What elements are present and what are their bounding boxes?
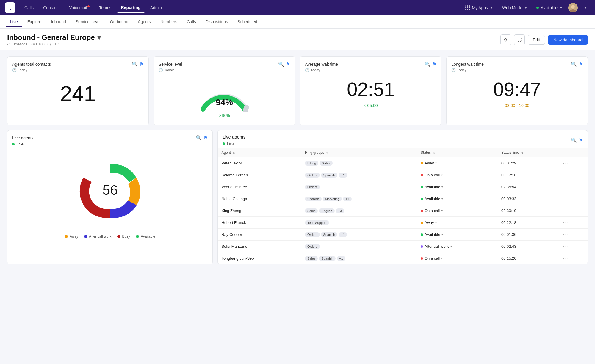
agents-total-search-icon[interactable]: 🔍 bbox=[132, 61, 138, 67]
col-actions bbox=[559, 148, 588, 157]
avg-wait-search-icon[interactable]: 🔍 bbox=[425, 61, 430, 67]
subnav-scheduled[interactable]: Scheduled bbox=[233, 17, 261, 27]
subnav-numbers[interactable]: Numbers bbox=[156, 17, 181, 27]
user-chevron bbox=[584, 7, 587, 9]
gauge-svg: 94% bbox=[198, 79, 251, 112]
agent-status[interactable]: On a call ▾ bbox=[417, 169, 498, 181]
expand-icon: ⛶ bbox=[517, 37, 522, 42]
status-pill[interactable]: Available ▾ bbox=[421, 185, 443, 189]
agent-name: Tongbang Jun-Seo bbox=[218, 252, 301, 264]
my-apps-chevron bbox=[490, 7, 493, 9]
group-tag: Spanish bbox=[321, 173, 338, 178]
longest-wait-filter-icon[interactable]: ⚑ bbox=[579, 61, 583, 67]
agent-status[interactable]: Available ▾ bbox=[417, 193, 498, 205]
subnav-inbound[interactable]: Inbound bbox=[47, 17, 70, 27]
col-status-time: Status time ⇅ bbox=[498, 148, 559, 157]
subnav-service-level[interactable]: Service Level bbox=[71, 17, 105, 27]
status-pill[interactable]: On a call ▾ bbox=[421, 256, 443, 261]
donut-filter-icon[interactable]: ⚑ bbox=[203, 135, 208, 141]
subnav-agents[interactable]: Agents bbox=[134, 17, 155, 27]
table-search-icon[interactable]: 🔍 bbox=[571, 137, 577, 143]
agent-status[interactable]: On a call ▾ bbox=[417, 205, 498, 217]
my-apps-button[interactable]: My Apps bbox=[462, 4, 496, 12]
agent-status[interactable]: Away ▾ bbox=[417, 157, 498, 169]
status-pill[interactable]: Away ▾ bbox=[421, 220, 437, 225]
subnav-explore[interactable]: Explore bbox=[23, 17, 46, 27]
fullscreen-button[interactable]: ⛶ bbox=[514, 34, 525, 45]
agent-status-time: 00:02:43 bbox=[498, 241, 559, 252]
agent-more-button[interactable]: ··· bbox=[559, 205, 588, 217]
status-pill[interactable]: On a call ▾ bbox=[421, 173, 443, 177]
nav-teams[interactable]: Teams bbox=[95, 3, 115, 12]
status-time-sort-icon[interactable]: ⇅ bbox=[521, 151, 523, 154]
live-agents-table-card: Live agents Live 🔍 ⚑ Agent ⇅ Ring groups… bbox=[217, 130, 588, 264]
status-pill[interactable]: Available ▾ bbox=[421, 197, 443, 201]
dashboard-content: Agents total contacts 🔍 ⚑ 🕐 Today 241 Se… bbox=[0, 50, 595, 270]
service-level-search-icon[interactable]: 🔍 bbox=[278, 61, 284, 67]
top-nav: t Calls Contacts Voicemail Teams Reporti… bbox=[0, 0, 595, 15]
service-level-filter-icon[interactable]: ⚑ bbox=[286, 61, 290, 67]
agents-total-filter-icon[interactable]: ⚑ bbox=[140, 61, 144, 67]
sub-nav: Live Explore Inbound Service Level Outbo… bbox=[0, 15, 595, 29]
status-label: Available bbox=[425, 197, 440, 201]
bottom-cards-row: Live agents 🔍 ⚑ Live bbox=[7, 130, 588, 264]
agent-more-button[interactable]: ··· bbox=[559, 181, 588, 193]
longest-wait-search-icon[interactable]: 🔍 bbox=[571, 61, 577, 67]
agent-more-button[interactable]: ··· bbox=[559, 252, 588, 264]
subnav-outbound[interactable]: Outbound bbox=[106, 17, 133, 27]
ring-groups-sort-icon[interactable]: ⇅ bbox=[326, 151, 328, 154]
group-tag: Tech Support bbox=[305, 220, 329, 225]
agent-name: Ray Cooper bbox=[218, 229, 301, 241]
table-live-label: Live bbox=[227, 141, 234, 146]
new-dashboard-button[interactable]: New dashboard bbox=[548, 35, 588, 45]
avg-wait-filter-icon[interactable]: ⚑ bbox=[432, 61, 436, 67]
status-pill[interactable]: Available ▾ bbox=[421, 232, 443, 237]
agents-total-card: Agents total contacts 🔍 ⚑ 🕐 Today 241 bbox=[7, 56, 149, 125]
agent-groups: OrdersSpanish+1 bbox=[301, 229, 417, 241]
subnav-dispositions[interactable]: Dispositions bbox=[201, 17, 232, 27]
agent-status[interactable]: Available ▾ bbox=[417, 181, 498, 193]
subnav-calls[interactable]: Calls bbox=[183, 17, 200, 27]
settings-button[interactable]: ⚙ bbox=[500, 34, 511, 45]
agent-status[interactable]: Away ▾ bbox=[417, 217, 498, 229]
agent-more-button[interactable]: ··· bbox=[559, 169, 588, 181]
status-pill[interactable]: After call work ▾ bbox=[421, 244, 452, 249]
donut-search-icon[interactable]: 🔍 bbox=[196, 135, 202, 141]
nav-contacts[interactable]: Contacts bbox=[39, 3, 64, 12]
subnav-live[interactable]: Live bbox=[6, 17, 22, 27]
table-live-dot bbox=[223, 142, 225, 145]
agent-more-button[interactable]: ··· bbox=[559, 193, 588, 205]
web-mode-button[interactable]: Web Mode bbox=[499, 4, 530, 12]
live-agents-donut-card: Live agents 🔍 ⚑ Live bbox=[7, 130, 213, 264]
status-pill[interactable]: Away ▾ bbox=[421, 161, 437, 165]
nav-calls[interactable]: Calls bbox=[20, 3, 38, 12]
edit-button[interactable]: Edit bbox=[528, 35, 545, 45]
service-level-title: Service level bbox=[159, 62, 182, 67]
user-menu-button[interactable] bbox=[580, 5, 590, 10]
longest-wait-value: 09:47 bbox=[451, 77, 583, 102]
nav-admin[interactable]: Admin bbox=[146, 3, 166, 12]
table-row: Ray CooperOrdersSpanish+1 Available ▾ 00… bbox=[218, 229, 588, 241]
nav-voicemail[interactable]: Voicemail bbox=[65, 3, 94, 12]
live-dot bbox=[12, 143, 15, 145]
legend-aftercall-label: After call work bbox=[89, 234, 111, 239]
availability-button[interactable]: Available bbox=[533, 4, 566, 12]
title-dropdown-icon[interactable]: ▾ bbox=[97, 33, 101, 42]
nav-reporting[interactable]: Reporting bbox=[117, 3, 145, 13]
agent-more-button[interactable]: ··· bbox=[559, 241, 588, 252]
agent-status[interactable]: On a call ▾ bbox=[417, 252, 498, 264]
agent-status[interactable]: After call work ▾ bbox=[417, 241, 498, 252]
status-sort-icon[interactable]: ⇅ bbox=[433, 151, 435, 154]
status-pill[interactable]: On a call ▾ bbox=[421, 208, 443, 213]
col-status: Status ⇅ bbox=[417, 148, 498, 157]
agent-sort-icon[interactable]: ⇅ bbox=[233, 151, 235, 154]
agent-more-button[interactable]: ··· bbox=[559, 157, 588, 169]
legend-away: Away bbox=[65, 234, 78, 239]
agent-more-button[interactable]: ··· bbox=[559, 217, 588, 229]
page-subtitle: ⏱ Timezone (GMT +00:00) UTC bbox=[7, 42, 500, 46]
agents-total-title: Agents total contacts bbox=[12, 62, 51, 67]
agent-more-button[interactable]: ··· bbox=[559, 229, 588, 241]
agent-status[interactable]: Available ▾ bbox=[417, 229, 498, 241]
user-avatar[interactable] bbox=[568, 3, 578, 12]
table-filter-icon[interactable]: ⚑ bbox=[579, 137, 583, 143]
